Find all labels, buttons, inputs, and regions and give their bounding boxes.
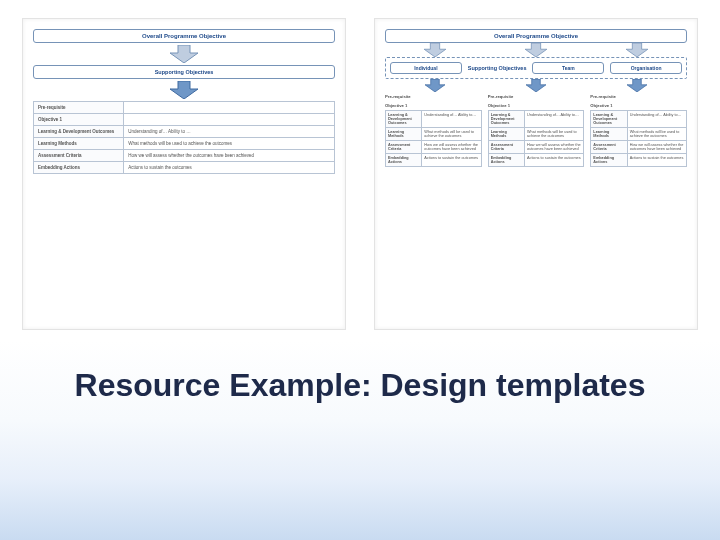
arrow-down-icon — [424, 43, 446, 57]
row-label: Learning & Development Outcomes — [591, 111, 627, 128]
row-label: Learning & Development Outcomes — [34, 126, 124, 138]
template-left: Overall Programme Objective Supporting O… — [22, 18, 346, 330]
detail-table: Pre-requisiteObjective 1Learning & Devel… — [33, 101, 335, 174]
column-header-team: Team — [532, 62, 604, 74]
table-row: Learning MethodsWhat methods will be use… — [488, 128, 584, 141]
row-value: Actions to sustain the outcomes — [124, 162, 335, 174]
table-row: Assessment CriteriaHow we will assess wh… — [34, 150, 335, 162]
title-area: Resource Example: Design templates — [0, 340, 720, 540]
slide-title: Resource Example: Design templates — [75, 368, 646, 403]
table-row: Learning & Development OutcomesUnderstan… — [591, 111, 687, 128]
table-row: Objective 1 — [34, 114, 335, 126]
table-row: Embedding ActionsActions to sustain the … — [386, 154, 482, 167]
row-value: How we will assess whether the outcomes … — [124, 150, 335, 162]
arrow-row — [385, 79, 687, 92]
prereq-label: Pre-requisite — [488, 92, 585, 101]
top-panels: Overall Programme Objective Supporting O… — [0, 0, 720, 340]
arrow-down-icon — [170, 81, 198, 99]
row-value: How we will assess whether the outcomes … — [627, 141, 686, 154]
column: Pre-requisiteObjective 1Learning & Devel… — [488, 92, 585, 167]
arrow-down-icon — [170, 45, 198, 63]
row-value: What methods will be used to achieve the… — [627, 128, 686, 141]
table-row: Learning & Development OutcomesUnderstan… — [488, 111, 584, 128]
table-row: Learning MethodsWhat methods will be use… — [386, 128, 482, 141]
row-label: Pre-requisite — [34, 102, 124, 114]
column-header-individual: Individual — [390, 62, 462, 74]
supporting-row: Individual Supporting Objectives Team Or… — [385, 57, 687, 79]
row-label: Embedding Actions — [34, 162, 124, 174]
row-label: Learning Methods — [34, 138, 124, 150]
row-value: Understanding of… Ability to… — [627, 111, 686, 128]
table-row: Assessment CriteriaHow we will assess wh… — [386, 141, 482, 154]
row-value: What methods will be used to achieve the… — [525, 128, 584, 141]
column-table: Learning & Development OutcomesUnderstan… — [385, 110, 482, 167]
row-value: Actions to sustain the outcomes — [627, 154, 686, 167]
detail-tbody: Pre-requisiteObjective 1Learning & Devel… — [34, 102, 335, 174]
row-label: Objective 1 — [34, 114, 124, 126]
arrow-row — [385, 43, 687, 57]
slide: Overall Programme Objective Supporting O… — [0, 0, 720, 540]
row-value: Understanding of… Ability to… — [422, 111, 481, 128]
arrow-down-icon — [526, 79, 546, 92]
row-label: Embedding Actions — [591, 154, 627, 167]
row-label: Embedding Actions — [488, 154, 524, 167]
row-label: Assessment Criteria — [488, 141, 524, 154]
row-value: How we will assess whether the outcomes … — [525, 141, 584, 154]
three-columns: Pre-requisiteObjective 1Learning & Devel… — [385, 92, 687, 167]
row-label: Embedding Actions — [386, 154, 422, 167]
row-label: Assessment Criteria — [386, 141, 422, 154]
row-value: Understanding of… Ability to… — [525, 111, 584, 128]
template-right: Overall Programme Objective Individual S… — [374, 18, 698, 330]
objective-label: Objective 1 — [385, 101, 482, 110]
overall-objective-box: Overall Programme Objective — [33, 29, 335, 43]
row-label: Learning Methods — [386, 128, 422, 141]
table-row: Embedding ActionsActions to sustain the … — [34, 162, 335, 174]
row-label: Assessment Criteria — [34, 150, 124, 162]
supporting-objectives-box: Supporting Objectives — [33, 65, 335, 79]
table-row: Assessment CriteriaHow we will assess wh… — [591, 141, 687, 154]
arrow-down-icon — [627, 79, 647, 92]
objective-label: Objective 1 — [590, 101, 687, 110]
column-table: Learning & Development OutcomesUnderstan… — [590, 110, 687, 167]
row-value: What methods will be used to achieve the… — [124, 138, 335, 150]
row-value: Actions to sustain the outcomes — [422, 154, 481, 167]
row-value: What methods will be used to achieve the… — [422, 128, 481, 141]
column-header-organisation: Organisation — [610, 62, 682, 74]
row-value: Understanding of… Ability to … — [124, 126, 335, 138]
prereq-label: Pre-requisite — [590, 92, 687, 101]
row-value — [124, 102, 335, 114]
row-label: Learning Methods — [488, 128, 524, 141]
prereq-label: Pre-requisite — [385, 92, 482, 101]
row-value: How we will assess whether the outcomes … — [422, 141, 481, 154]
row-label: Learning Methods — [591, 128, 627, 141]
table-row: Assessment CriteriaHow we will assess wh… — [488, 141, 584, 154]
column: Pre-requisiteObjective 1Learning & Devel… — [385, 92, 482, 167]
table-row: Pre-requisite — [34, 102, 335, 114]
table-row: Learning MethodsWhat methods will be use… — [591, 128, 687, 141]
column-table: Learning & Development OutcomesUnderstan… — [488, 110, 585, 167]
arrow-down-icon — [626, 43, 648, 57]
overall-objective-box: Overall Programme Objective — [385, 29, 687, 43]
table-row: Learning & Development OutcomesUnderstan… — [34, 126, 335, 138]
objective-label: Objective 1 — [488, 101, 585, 110]
supporting-objectives-label: Supporting Objectives — [468, 65, 527, 71]
table-row: Learning & Development OutcomesUnderstan… — [386, 111, 482, 128]
table-row: Learning MethodsWhat methods will be use… — [34, 138, 335, 150]
row-value — [124, 114, 335, 126]
table-row: Embedding ActionsActions to sustain the … — [591, 154, 687, 167]
row-value: Actions to sustain the outcomes — [525, 154, 584, 167]
column: Pre-requisiteObjective 1Learning & Devel… — [590, 92, 687, 167]
row-label: Learning & Development Outcomes — [488, 111, 524, 128]
arrow-down-icon — [425, 79, 445, 92]
arrow-down-icon — [525, 43, 547, 57]
row-label: Assessment Criteria — [591, 141, 627, 154]
row-label: Learning & Development Outcomes — [386, 111, 422, 128]
table-row: Embedding ActionsActions to sustain the … — [488, 154, 584, 167]
